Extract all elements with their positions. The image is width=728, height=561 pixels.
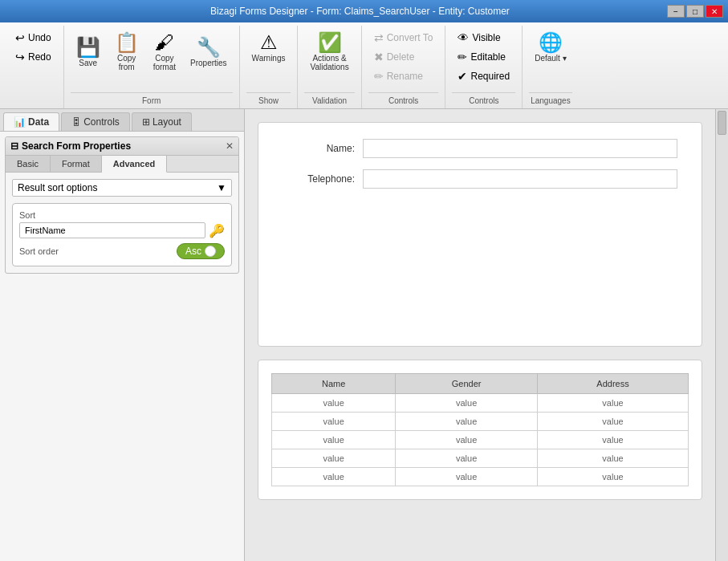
maximize-button[interactable]: □ bbox=[686, 5, 704, 18]
actions-icon: ✅ bbox=[318, 33, 342, 52]
col-name-header: Name bbox=[272, 374, 396, 394]
tab-controls[interactable]: 🎛 Controls bbox=[61, 112, 130, 131]
sort-order-value: Asc bbox=[185, 246, 201, 257]
ribbon-toolbar: ↩ Undo ↪ Redo 💾 Save 📋 Copyfrom 🖌 Copyfo… bbox=[0, 22, 728, 109]
name-label: Name: bbox=[283, 143, 355, 154]
panel-tabs: 📊 Data 🎛 Controls ⊞ Layout bbox=[0, 109, 244, 132]
rename-button[interactable]: ✏ Rename bbox=[368, 67, 439, 85]
vertical-scrollbar[interactable] bbox=[715, 109, 728, 561]
undo-button[interactable]: ↩ Undo bbox=[10, 29, 57, 47]
convert-to-button[interactable]: ⇄ Convert To bbox=[368, 29, 439, 47]
sort-label: Sort bbox=[19, 210, 225, 220]
convert-to-icon: ⇄ bbox=[374, 31, 384, 44]
actions-validations-button[interactable]: ✅ Actions &Validations bbox=[304, 29, 354, 75]
redo-icon: ↪ bbox=[15, 51, 25, 63]
properties-button[interactable]: 🔧 Properties bbox=[185, 34, 233, 71]
close-button[interactable]: ✕ bbox=[706, 5, 723, 18]
tab-layout[interactable]: ⊞ Layout bbox=[132, 112, 192, 131]
language-icon: 🌐 bbox=[539, 33, 563, 52]
result-sort-options-label: Result sort options bbox=[18, 182, 97, 193]
name-input[interactable] bbox=[363, 139, 677, 158]
sfp-header: ⊟ Search Form Properties ✕ bbox=[6, 137, 238, 156]
sfp-tabs: Basic Format Advanced bbox=[6, 156, 238, 173]
visible-button[interactable]: 👁 Visible bbox=[452, 29, 515, 47]
editable-icon: ✏ bbox=[458, 51, 467, 63]
sfp-advanced-content: Result sort options ▼ Sort 🔑 Sort o bbox=[6, 173, 238, 273]
languages-group: 🌐 Default ▾ Languages bbox=[523, 26, 578, 108]
col-address-header: Address bbox=[538, 374, 689, 394]
search-form-properties-panel: ⊟ Search Form Properties ✕ Basic Format … bbox=[5, 136, 239, 274]
sfp-title: ⊟ Search Form Properties bbox=[10, 140, 131, 152]
title-bar-title: Bizagi Forms Designer - Form: Claims_Sea… bbox=[53, 6, 667, 17]
sfp-tab-format[interactable]: Format bbox=[51, 156, 102, 172]
validation-group-label: Validation bbox=[304, 92, 354, 105]
sort-order-row: Sort order Asc bbox=[19, 243, 225, 259]
form-card: Name: Telephone: bbox=[258, 122, 702, 347]
undo-redo-group: ↩ Undo ↪ Redo bbox=[3, 26, 64, 108]
result-sort-options-dropdown[interactable]: Result sort options ▼ bbox=[12, 179, 232, 197]
copy-from-icon: 📋 bbox=[115, 33, 139, 52]
layout-tab-icon: ⊞ bbox=[142, 116, 150, 128]
form-group: 💾 Save 📋 Copyfrom 🖌 Copyformat 🔧 Propert… bbox=[64, 26, 240, 108]
controls-tab-icon: 🎛 bbox=[71, 116, 81, 128]
table-row: value value value bbox=[272, 413, 689, 431]
delete-icon: ✖ bbox=[374, 51, 384, 63]
sort-picker-button[interactable]: 🔑 bbox=[209, 223, 225, 238]
controls-group: ⇄ Convert To ✖ Delete ✏ Rename Controls bbox=[362, 26, 446, 108]
languages-group-label: Languages bbox=[529, 92, 571, 105]
rename-icon: ✏ bbox=[374, 70, 384, 83]
properties-icon: 🔧 bbox=[197, 38, 221, 57]
undo-icon: ↩ bbox=[15, 31, 25, 44]
sfp-title-icon: ⊟ bbox=[10, 140, 18, 152]
sort-input[interactable] bbox=[19, 222, 205, 238]
dropdown-arrow-icon: ▼ bbox=[217, 182, 226, 193]
visibility-group-label: Controls bbox=[452, 92, 515, 105]
table-row: value value value bbox=[272, 431, 689, 449]
sort-order-toggle[interactable]: Asc bbox=[177, 243, 225, 259]
scrollbar-thumb[interactable] bbox=[718, 111, 726, 135]
left-panel: 📊 Data 🎛 Controls ⊞ Layout ⊟ Search Form… bbox=[0, 109, 245, 561]
required-icon: ✔ bbox=[458, 70, 467, 83]
warnings-icon: ⚠ bbox=[260, 33, 278, 52]
title-bar: Bizagi Forms Designer - Form: Claims_Sea… bbox=[0, 0, 728, 22]
sort-row: Sort 🔑 bbox=[19, 210, 225, 238]
data-tab-icon: 📊 bbox=[14, 116, 26, 128]
telephone-label: Telephone: bbox=[283, 173, 355, 185]
sort-input-row: 🔑 bbox=[19, 222, 225, 238]
sfp-tab-basic[interactable]: Basic bbox=[6, 156, 51, 172]
table-row: value value value bbox=[272, 468, 689, 486]
table-row: value value value bbox=[272, 394, 689, 413]
sort-section: Sort 🔑 Sort order Asc bbox=[12, 203, 232, 266]
main-content: 📊 Data 🎛 Controls ⊞ Layout ⊟ Search Form… bbox=[0, 109, 728, 561]
col-gender-header: Gender bbox=[396, 374, 538, 394]
copy-format-button[interactable]: 🖌 Copyformat bbox=[148, 29, 181, 75]
warnings-button[interactable]: ⚠ Warnings bbox=[246, 29, 291, 67]
sfp-close-button[interactable]: ✕ bbox=[226, 140, 234, 152]
validation-group: ✅ Actions &Validations Validation bbox=[298, 26, 361, 108]
visibility-group: 👁 Visible ✏ Editable ✔ Required Controls bbox=[445, 26, 523, 108]
tab-data[interactable]: 📊 Data bbox=[3, 112, 59, 131]
controls-group-label: Controls bbox=[368, 92, 439, 105]
default-language-button[interactable]: 🌐 Default ▾ bbox=[529, 29, 571, 67]
telephone-field-row: Telephone: bbox=[283, 169, 677, 189]
sort-order-label: Sort order bbox=[19, 246, 59, 256]
results-grid: Name Gender Address value value value va… bbox=[271, 373, 689, 486]
toggle-indicator bbox=[205, 246, 216, 257]
save-button[interactable]: 💾 Save bbox=[71, 34, 106, 71]
sfp-tab-advanced[interactable]: Advanced bbox=[102, 156, 168, 173]
copy-format-icon: 🖌 bbox=[155, 33, 174, 52]
visible-icon: 👁 bbox=[458, 31, 469, 44]
redo-button[interactable]: ↪ Redo bbox=[10, 48, 57, 66]
table-row: value value value bbox=[272, 449, 689, 468]
grid-card: Name Gender Address value value value va… bbox=[258, 360, 702, 500]
canvas-area: Name: Telephone: Name Gender Address bbox=[245, 109, 715, 561]
required-button[interactable]: ✔ Required bbox=[452, 67, 515, 85]
editable-button[interactable]: ✏ Editable bbox=[452, 48, 515, 66]
show-group: ⚠ Warnings Show bbox=[240, 26, 299, 108]
telephone-input[interactable] bbox=[363, 169, 677, 189]
minimize-button[interactable]: − bbox=[667, 5, 685, 18]
copy-from-button[interactable]: 📋 Copyfrom bbox=[109, 29, 144, 75]
show-group-label: Show bbox=[246, 92, 291, 105]
delete-button[interactable]: ✖ Delete bbox=[368, 48, 439, 66]
name-field-row: Name: bbox=[283, 139, 677, 158]
